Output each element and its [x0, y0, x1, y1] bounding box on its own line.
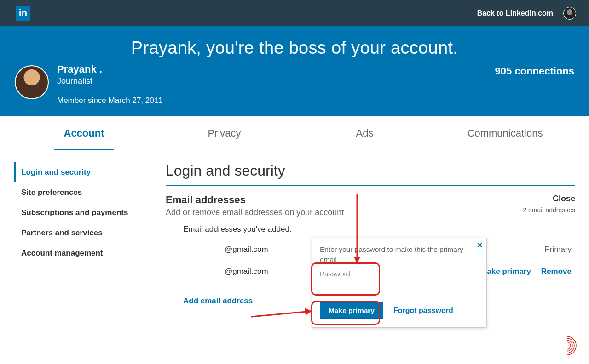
divider — [166, 185, 575, 186]
primary-badge: Primary — [544, 245, 572, 254]
section-emails-subtitle: Add or remove email addresses on your ac… — [166, 208, 344, 217]
tab-ads[interactable]: Ads — [294, 116, 435, 150]
svg-marker-3 — [305, 308, 312, 315]
add-email-link[interactable]: Add email address — [183, 296, 253, 306]
confirm-password-popover: ✕ Enter your password to make this the p… — [312, 238, 487, 328]
profile-avatar-icon[interactable] — [563, 7, 576, 20]
hero-title: Prayank, you're the boss of your account… — [15, 38, 574, 58]
page-title: Login and security — [166, 162, 575, 179]
sidebar-item-login-security[interactable]: Login and security — [14, 162, 143, 182]
annotation-arrow-right-icon — [251, 306, 313, 319]
email-address-2: @gmail.com — [225, 267, 268, 276]
email-address-1: @gmail.com — [225, 245, 268, 254]
sidebar-item-account-management[interactable]: Account management — [14, 243, 143, 263]
settings-tabs: Account Privacy Ads Communications — [0, 116, 589, 150]
password-label: Password — [320, 270, 479, 278]
back-to-linkedin-link[interactable]: Back to LinkedIn.com — [477, 9, 553, 17]
sidebar-item-site-preferences[interactable]: Site preferences — [14, 182, 143, 203]
tab-account[interactable]: Account — [14, 116, 154, 150]
main-panel: Login and security Email addresses Add o… — [166, 162, 575, 306]
make-primary-button[interactable]: Make primary — [320, 302, 383, 319]
user-avatar[interactable] — [15, 65, 49, 99]
user-role: Journalist — [57, 76, 163, 86]
hero-banner: Prayank, you're the boss of your account… — [0, 26, 589, 116]
emails-added-label: Email addresses you've added: — [183, 225, 575, 234]
forgot-password-link[interactable]: Forgot password — [393, 307, 453, 315]
section-emails-title: Email addresses — [166, 194, 344, 206]
settings-sidebar: Login and security Site preferences Subs… — [14, 162, 143, 306]
remove-email-link[interactable]: Remove — [541, 267, 572, 276]
sidebar-item-partners[interactable]: Partners and services — [14, 223, 143, 243]
popover-message: Enter your password to make this the pri… — [320, 245, 479, 264]
linkedin-logo[interactable]: in — [16, 6, 30, 21]
close-icon[interactable]: ✕ — [477, 241, 483, 250]
sidebar-item-subscriptions[interactable]: Subscriptions and payments — [14, 203, 143, 223]
password-input[interactable] — [320, 278, 476, 293]
user-name: Prayank . — [57, 63, 163, 75]
tab-communications[interactable]: Communications — [435, 116, 575, 150]
watermark-logo-icon — [557, 334, 581, 358]
make-primary-link[interactable]: Make primary — [480, 267, 531, 276]
email-count: 2 email addresses — [523, 206, 575, 214]
connections-count[interactable]: 905 connections — [495, 65, 574, 80]
close-section-link[interactable]: Close — [523, 194, 575, 204]
member-since: Member since March 27, 2011 — [57, 96, 163, 105]
top-nav: in Back to LinkedIn.com — [0, 0, 589, 26]
svg-line-2 — [251, 312, 306, 317]
tab-privacy[interactable]: Privacy — [154, 116, 294, 150]
